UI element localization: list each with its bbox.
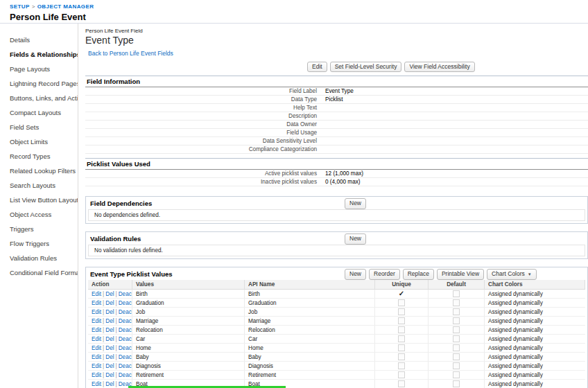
picklist-reorder-button[interactable]: Reorder (369, 269, 400, 279)
sidebar-item-object-limits[interactable]: Object Limits (0, 134, 78, 149)
unique-cell (375, 335, 429, 343)
deactivate-link[interactable]: Deactivate (119, 363, 132, 369)
edit-link[interactable]: Edit (92, 291, 101, 297)
field-info-label: Data Type (85, 96, 325, 103)
deactivate-link[interactable]: Deactivate (119, 300, 132, 306)
edit-link[interactable]: Edit (92, 336, 101, 342)
del-link[interactable]: Del (105, 345, 114, 351)
action-separator: | (116, 300, 117, 306)
del-link[interactable]: Del (105, 372, 114, 378)
deactivate-link[interactable]: Deactivate (119, 336, 132, 342)
sidebar-item-object-access[interactable]: Object Access (0, 207, 78, 222)
edit-link[interactable]: Edit (92, 300, 101, 306)
del-link[interactable]: Del (105, 363, 114, 369)
del-link[interactable]: Del (105, 381, 114, 387)
sidebar-item-buttons-links-and-actions[interactable]: Buttons, Links, and Actions (0, 91, 78, 105)
sidebar-item-field-sets[interactable]: Field Sets (0, 120, 78, 134)
action-cell: Edit|Del|Deactivate (88, 299, 132, 307)
deactivate-link[interactable]: Deactivate (119, 291, 132, 297)
table-row: Edit|Del|DeactivateGraduationGraduationA… (88, 299, 585, 308)
deactivate-link[interactable]: Deactivate (119, 372, 132, 378)
sidebar-item-record-types[interactable]: Record Types (0, 149, 78, 164)
sidebar: DetailsFields & RelationshipsPage Layout… (0, 24, 78, 388)
default-checkbox (453, 290, 460, 297)
edit-link[interactable]: Edit (92, 318, 101, 324)
deactivate-link[interactable]: Deactivate (119, 345, 132, 351)
sidebar-item-list-view-button-layout[interactable]: List View Button Layout (0, 193, 78, 207)
edit-link[interactable]: Edit (92, 372, 101, 378)
view-field-accessibility-button[interactable]: View Field Accessibility (404, 62, 474, 72)
default-checkbox (453, 299, 460, 306)
column-header-api-name: API Name (245, 280, 375, 289)
deactivate-link[interactable]: Deactivate (119, 309, 132, 315)
del-link[interactable]: Del (105, 336, 114, 342)
picklist-new-button[interactable]: New (345, 269, 366, 279)
sidebar-item-triggers[interactable]: Triggers (0, 222, 78, 236)
action-cell: Edit|Del|Deactivate (88, 317, 132, 325)
breadcrumb-setup[interactable]: SETUP (10, 3, 30, 10)
edit-link[interactable]: Edit (92, 354, 101, 360)
column-header-default: Default (429, 280, 485, 289)
default-cell (429, 353, 485, 361)
field-info-row: Help Text (85, 104, 588, 112)
sidebar-item-compact-layouts[interactable]: Compact Layouts (0, 105, 78, 120)
chart-colors-dropdown-button[interactable]: Chart Colors▼ (487, 269, 537, 279)
sidebar-item-lightning-record-pages[interactable]: Lightning Record Pages (0, 76, 78, 91)
action-cell: Edit|Del|Deactivate (88, 326, 132, 334)
deactivate-link[interactable]: Deactivate (119, 318, 132, 324)
edit-link[interactable]: Edit (92, 363, 101, 369)
sidebar-item-fields-relationships[interactable]: Fields & Relationships (0, 47, 78, 62)
action-separator: | (116, 354, 117, 360)
del-link[interactable]: Del (105, 300, 114, 306)
deactivate-link[interactable]: Deactivate (119, 381, 132, 387)
field-info-row: Description (85, 112, 588, 121)
edit-button[interactable]: Edit (307, 62, 327, 72)
edit-link[interactable]: Edit (92, 327, 101, 333)
value-cell: Boat (132, 380, 245, 388)
del-link[interactable]: Del (105, 354, 114, 360)
back-link[interactable]: Back to Person Life Event Fields (88, 50, 173, 57)
picklist-table-body: Edit|Del|DeactivateBirthBirth✓Assigned d… (88, 290, 585, 388)
value-cell: Home (132, 344, 245, 352)
action-separator: | (116, 381, 117, 387)
field-dependencies-header: Field Dependencies New (86, 197, 587, 209)
action-separator: | (103, 327, 104, 333)
field-dependencies-new-button[interactable]: New (345, 198, 366, 209)
field-toolbar: EditSet Field-Level SecurityView Field A… (307, 62, 588, 72)
chart-colors-cell: Assigned dynamically (485, 353, 585, 361)
sidebar-item-conditional-field-formatting[interactable]: Conditional Field Formatting (0, 265, 78, 280)
unique-cell (375, 299, 429, 307)
unique-checkbox (398, 353, 405, 360)
sidebar-item-validation-rules[interactable]: Validation Rules (0, 251, 78, 265)
del-link[interactable]: Del (105, 309, 114, 315)
breadcrumb-object-manager[interactable]: OBJECT MANAGER (37, 3, 94, 10)
set-field-level-security-button[interactable]: Set Field-Level Security (330, 62, 402, 72)
del-link[interactable]: Del (105, 327, 114, 333)
edit-link[interactable]: Edit (92, 345, 101, 351)
action-separator: | (116, 327, 117, 333)
sidebar-item-search-layouts[interactable]: Search Layouts (0, 178, 78, 193)
chart-colors-cell: Assigned dynamically (485, 362, 585, 370)
unique-cell (375, 371, 429, 379)
validation-rules-new-button[interactable]: New (345, 233, 366, 244)
default-cell (429, 371, 485, 379)
chart-colors-cell: Assigned dynamically (485, 317, 585, 325)
unique-cell (375, 317, 429, 325)
edit-link[interactable]: Edit (92, 309, 101, 315)
action-separator: | (103, 336, 104, 342)
sidebar-item-related-lookup-filters[interactable]: Related Lookup Filters (0, 164, 78, 178)
picklist-printable-view-button[interactable]: Printable View (437, 269, 484, 279)
del-link[interactable]: Del (105, 318, 114, 324)
sidebar-item-page-layouts[interactable]: Page Layouts (0, 62, 78, 76)
value-cell: Graduation (132, 299, 245, 307)
deactivate-link[interactable]: Deactivate (119, 327, 132, 333)
edit-link[interactable]: Edit (92, 381, 101, 387)
check-icon: ✓ (399, 290, 404, 297)
action-cell: Edit|Del|Deactivate (88, 362, 132, 370)
deactivate-link[interactable]: Deactivate (119, 354, 132, 360)
sidebar-item-flow-triggers[interactable]: Flow Triggers (0, 236, 78, 251)
picklist-replace-button[interactable]: Replace (403, 269, 434, 279)
del-link[interactable]: Del (105, 291, 114, 297)
unique-checkbox (398, 308, 405, 315)
sidebar-item-details[interactable]: Details (0, 33, 78, 47)
